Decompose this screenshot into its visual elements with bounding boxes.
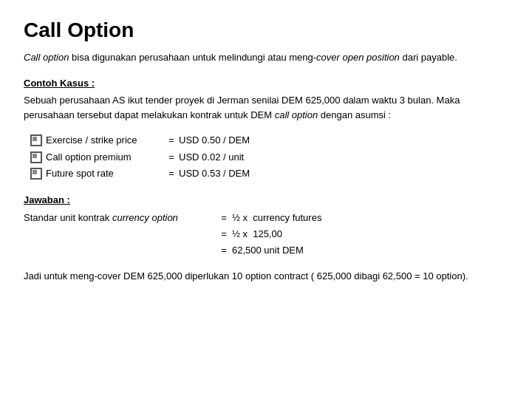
case-text-1: Sebuah perusahaan AS ikut tender proyek … xyxy=(24,95,460,120)
bullet-eq-1: = xyxy=(164,133,179,148)
intro-italic-call-option: Call option xyxy=(24,52,69,63)
answer-table: Standar unit kontrak currency option = ½… xyxy=(24,210,508,259)
answer-val-2: ½ x 125,00 xyxy=(232,226,508,242)
case-paragraph: Sebuah perusahaan AS ikut tender proyek … xyxy=(24,93,508,123)
answer-val-1: ½ x currency futures xyxy=(232,210,508,226)
bullet-eq-2: = xyxy=(164,150,179,165)
page-container: Call Option Call option bisa digunakan p… xyxy=(0,0,532,399)
bullet-value-2: USD 0.02 / unit xyxy=(179,150,244,165)
jawaban-heading: Jawaban : xyxy=(24,194,508,205)
contoh-kasus-heading: Contoh Kasus : xyxy=(24,78,508,89)
contoh-kasus-section: Contoh Kasus : Sebuah perusahaan AS ikut… xyxy=(24,78,508,123)
intro-text-1: bisa digunakan perusahaan untuk melindun… xyxy=(72,52,316,63)
bullet-value-3: USD 0.53 / DEM xyxy=(179,166,250,181)
bullet-icon-1 xyxy=(30,134,40,144)
answer-val-3: 62,500 unit DEM xyxy=(232,242,508,259)
bullet-icon-2 xyxy=(30,151,40,161)
intro-text-3: dari payable. xyxy=(402,52,457,63)
final-paragraph: Jadi untuk meng-cover DEM 625,000 diperl… xyxy=(24,269,508,284)
bullet-label-2: Call option premium xyxy=(46,150,164,165)
intro-paragraph: Call option bisa digunakan perusahaan un… xyxy=(24,50,508,65)
bullet-eq-3: = xyxy=(164,166,179,181)
bullet-icon-3 xyxy=(30,167,40,177)
case-text-2: dengan asumsi : xyxy=(318,109,391,120)
list-item: Exercise / strike price = USD 0.50 / DEM xyxy=(30,133,508,148)
intro-italic-cover: cover xyxy=(316,52,340,63)
answer-italic-1: currency option xyxy=(112,212,178,223)
bullet-label-3: Future spot rate xyxy=(46,166,164,181)
answer-eq-2: = xyxy=(216,226,232,242)
intro-italic-open-position: open position xyxy=(343,52,400,63)
bullet-value-1: USD 0.50 / DEM xyxy=(179,133,250,148)
answer-eq-1: = xyxy=(216,210,232,226)
case-italic-call-option: call option xyxy=(275,109,318,120)
bullet-label-1: Exercise / strike price xyxy=(46,133,164,148)
list-item: Future spot rate = USD 0.53 / DEM xyxy=(30,166,508,181)
bullet-list: Exercise / strike price = USD 0.50 / DEM… xyxy=(24,133,508,181)
answer-row-2: = ½ x 125,00 xyxy=(24,226,508,242)
answer-row-3: = 62,500 unit DEM xyxy=(24,242,508,259)
answer-label-1: Standar unit kontrak currency option xyxy=(24,210,216,226)
list-item: Call option premium = USD 0.02 / unit xyxy=(30,150,508,165)
jawaban-section: Jawaban : Standar unit kontrak currency … xyxy=(24,194,508,259)
page-title: Call Option xyxy=(24,18,508,43)
answer-eq-3: = xyxy=(216,242,232,259)
answer-row-1: Standar unit kontrak currency option = ½… xyxy=(24,210,508,226)
